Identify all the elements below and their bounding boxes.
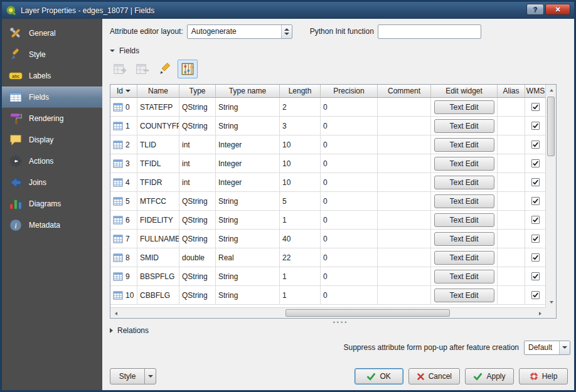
wms-checkbox[interactable]: [531, 159, 540, 167]
vertical-scrollbar[interactable]: [545, 85, 556, 307]
suppress-popup-combo[interactable]: Default: [524, 341, 570, 355]
edit-widget-button[interactable]: Text Edit: [434, 176, 494, 189]
sidebar-item-metadata[interactable]: i Metadata: [2, 215, 102, 236]
wms-checkbox[interactable]: [531, 178, 540, 186]
scroll-down-button[interactable]: [546, 297, 557, 307]
table-row[interactable]: 8SMIDdoubleReal220Text Edit: [110, 248, 547, 267]
cell-alias[interactable]: [498, 211, 525, 230]
cell-comment[interactable]: [378, 286, 431, 305]
sidebar-item-diagrams[interactable]: Diagrams: [2, 193, 102, 215]
python-init-input[interactable]: [378, 24, 481, 39]
toggle-editing-button[interactable]: [155, 60, 175, 78]
table-row[interactable]: 4TFIDRintInteger100Text Edit: [110, 173, 547, 192]
column-header-precision[interactable]: Precision: [321, 85, 378, 98]
cell-alias[interactable]: [498, 98, 525, 117]
wms-checkbox[interactable]: [531, 235, 540, 243]
edit-widget-button[interactable]: Text Edit: [434, 157, 494, 171]
table-row[interactable]: 3TFIDLintInteger100Text Edit: [110, 154, 547, 173]
cell-comment[interactable]: [378, 267, 431, 286]
column-header-name[interactable]: Name: [137, 85, 179, 98]
table-row[interactable]: 9BBSPFLGQStringString10Text Edit: [110, 267, 547, 286]
new-column-button[interactable]: [110, 60, 130, 78]
cell-comment[interactable]: [378, 173, 431, 192]
edit-widget-button[interactable]: Text Edit: [434, 119, 494, 133]
window-help-button[interactable]: ?: [526, 4, 544, 15]
cell-alias[interactable]: [498, 230, 525, 248]
wms-checkbox[interactable]: [531, 291, 540, 299]
ok-button[interactable]: OK: [355, 368, 403, 384]
sidebar-item-general[interactable]: General: [2, 23, 102, 44]
edit-widget-button[interactable]: Text Edit: [434, 232, 494, 246]
wms-checkbox[interactable]: [531, 140, 540, 149]
splitter-handle[interactable]: ••••: [110, 319, 572, 326]
fields-section-header[interactable]: Fields: [110, 46, 572, 55]
scroll-up-button[interactable]: [546, 85, 557, 95]
column-header-wms[interactable]: WMS: [525, 85, 547, 98]
sidebar-item-actions[interactable]: Actions: [2, 151, 102, 172]
sidebar-item-style[interactable]: Style: [2, 44, 102, 65]
column-header-id[interactable]: Id: [110, 85, 137, 98]
wms-checkbox[interactable]: [531, 216, 540, 224]
cell-comment[interactable]: [378, 154, 431, 173]
cell-comment[interactable]: [378, 117, 431, 135]
combo-spinner-icon[interactable]: [281, 25, 292, 38]
edit-widget-button[interactable]: Text Edit: [434, 270, 494, 283]
column-header-length[interactable]: Length: [280, 85, 321, 98]
cell-alias[interactable]: [498, 192, 525, 211]
cell-alias[interactable]: [498, 117, 525, 135]
table-row[interactable]: 0STATEFPQStringString20Text Edit: [110, 98, 547, 117]
scroll-right-button[interactable]: [535, 308, 545, 319]
cell-alias[interactable]: [498, 135, 525, 154]
cell-comment[interactable]: [378, 192, 431, 211]
cancel-button[interactable]: Cancel: [408, 368, 460, 384]
edit-widget-button[interactable]: Text Edit: [434, 100, 494, 114]
edit-widget-button[interactable]: Text Edit: [434, 289, 494, 302]
cell-comment[interactable]: [378, 135, 431, 154]
sidebar-item-labels[interactable]: abc Labels: [2, 65, 102, 87]
sidebar-item-display[interactable]: Display: [2, 129, 102, 151]
cell-alias[interactable]: [498, 154, 525, 173]
cell-alias[interactable]: [498, 248, 525, 267]
edit-widget-button[interactable]: Text Edit: [434, 194, 494, 208]
field-calculator-button[interactable]: [178, 60, 198, 78]
column-header-comment[interactable]: Comment: [378, 85, 431, 98]
table-row[interactable]: 2TLIDintInteger100Text Edit: [110, 135, 547, 154]
cell-comment[interactable]: [378, 248, 431, 267]
style-button[interactable]: Style: [110, 368, 156, 384]
table-row[interactable]: 6FIDELITYQStringString10Text Edit: [110, 211, 547, 230]
column-header-edit-widget[interactable]: Edit widget: [431, 85, 498, 98]
sidebar-item-joins[interactable]: Joins: [2, 172, 102, 193]
edit-widget-button[interactable]: Text Edit: [434, 213, 494, 227]
cell-alias[interactable]: [498, 286, 525, 305]
style-dropdown-icon[interactable]: [144, 369, 156, 384]
scroll-left-button[interactable]: [110, 308, 121, 319]
edit-widget-button[interactable]: Text Edit: [434, 138, 494, 152]
wms-checkbox[interactable]: [531, 103, 540, 111]
titlebar[interactable]: Layer Properties - edges_18077 | Fields …: [2, 2, 574, 19]
edit-widget-button[interactable]: Text Edit: [434, 251, 494, 265]
wms-checkbox[interactable]: [531, 253, 540, 262]
horizontal-scroll-thumb[interactable]: [285, 309, 450, 317]
wms-checkbox[interactable]: [531, 122, 540, 130]
wms-checkbox[interactable]: [531, 272, 540, 280]
cell-comment[interactable]: [378, 211, 431, 230]
sidebar-item-rendering[interactable]: Rendering: [2, 108, 102, 129]
sidebar-item-fields[interactable]: Fields: [2, 87, 102, 108]
vertical-scroll-thumb[interactable]: [547, 97, 555, 156]
apply-button[interactable]: Apply: [465, 368, 514, 384]
table-row[interactable]: 10CBBFLGQStringString10Text Edit: [110, 286, 547, 305]
relations-section-header[interactable]: Relations: [110, 326, 572, 335]
window-close-button[interactable]: ✕: [545, 4, 570, 15]
delete-column-button[interactable]: [132, 60, 152, 78]
wms-checkbox[interactable]: [531, 197, 540, 205]
table-row[interactable]: 1COUNTYFPQStringString30Text Edit: [110, 117, 547, 135]
column-header-alias[interactable]: Alias: [498, 85, 525, 98]
table-row[interactable]: 5MTFCCQStringString50Text Edit: [110, 192, 547, 211]
table-row[interactable]: 7FULLNAMEQStringString400Text Edit: [110, 230, 547, 248]
cell-alias[interactable]: [498, 173, 525, 192]
cell-comment[interactable]: [378, 98, 431, 117]
cell-comment[interactable]: [378, 230, 431, 248]
combo-dropdown-icon[interactable]: [559, 341, 570, 354]
help-button[interactable]: Help: [519, 368, 568, 384]
column-header-type[interactable]: Type: [179, 85, 216, 98]
